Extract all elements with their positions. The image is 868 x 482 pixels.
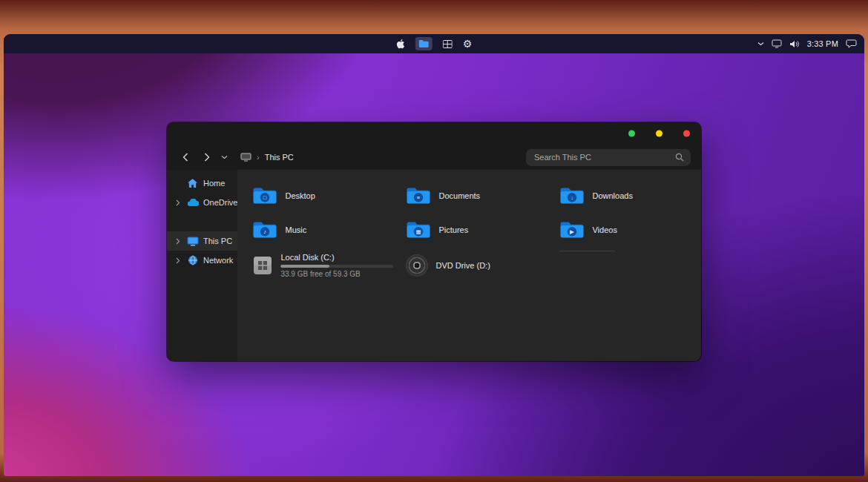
traffic-light-yellow[interactable] (656, 131, 662, 137)
folder-item-downloads[interactable]: ↓ Downloads (559, 186, 701, 205)
folder-item-music[interactable]: ♪ Music (252, 220, 406, 240)
display-icon[interactable] (772, 39, 782, 48)
file-explorer-window: › This PC (167, 122, 701, 361)
chat-bubble-icon[interactable] (846, 39, 857, 49)
chevron-right-icon[interactable] (174, 199, 182, 206)
folder-item-pictures[interactable]: ▦ Pictures (406, 220, 559, 240)
folder-label: Desktop (285, 191, 315, 200)
folder-label: Videos (592, 225, 617, 234)
onedrive-icon (186, 199, 199, 207)
svg-text:↓: ↓ (571, 194, 574, 201)
chevron-down-icon[interactable] (757, 42, 764, 46)
folder-icon: ▶ (559, 220, 585, 240)
folder-item-videos[interactable]: ▶ Videos (559, 220, 701, 240)
sidebar-spacer (167, 212, 237, 231)
clock[interactable]: 3:33 PM (807, 39, 838, 48)
sidebar-item-onedrive[interactable]: OneDrive (167, 193, 237, 212)
window-titlebar[interactable] (167, 122, 701, 145)
dvd-drive-icon (406, 254, 428, 277)
menu-bar: ⚙ 3:33 PM (4, 34, 864, 53)
folder-label: Downloads (592, 191, 632, 200)
sidebar-item-label: OneDrive (203, 198, 237, 207)
svg-text:♪: ♪ (264, 228, 267, 235)
sidebar-item-network[interactable]: Network (167, 251, 237, 270)
files-pane: □ Desktop ≡ Documents ↓ (237, 170, 701, 361)
desktop: ⚙ 3:33 PM (4, 34, 864, 476)
group-divider (559, 251, 615, 251)
screen-frame: ⚙ 3:33 PM (0, 0, 868, 482)
disk-usage-fill (280, 265, 329, 268)
search-box (526, 149, 691, 166)
sidebar-item-label: This PC (203, 237, 232, 245)
explorer-body: Home OneDrive (167, 170, 701, 361)
svg-text:≡: ≡ (417, 194, 421, 201)
back-button[interactable] (177, 149, 194, 165)
chevron-right-icon[interactable] (174, 257, 182, 264)
sidebar-item-label: Network (203, 256, 233, 265)
folder-item-desktop[interactable]: □ Desktop (252, 186, 406, 205)
folder-icon: ▦ (406, 220, 431, 240)
breadcrumb-item-this-pc[interactable]: This PC (265, 153, 294, 162)
sidebar-item-this-pc[interactable]: This PC (167, 231, 237, 251)
folder-icon: ≡ (406, 186, 431, 205)
folder-label: Music (285, 225, 306, 234)
window-controls (628, 131, 690, 137)
sidebar-item-home[interactable]: Home (167, 174, 237, 193)
menu-bar-status: 3:33 PM (757, 34, 857, 53)
drives-row: Local Disk (C:) 33.9 GB free of 59.3 GB … (252, 253, 701, 278)
traffic-light-red[interactable] (683, 131, 690, 137)
network-globe-icon (186, 255, 199, 265)
explorer-toolbar: › This PC (167, 145, 701, 170)
drive-item-dvd[interactable]: DVD Drive (D:) (406, 254, 559, 277)
this-pc-icon (240, 153, 251, 162)
settings-gear-icon[interactable]: ⚙ (463, 39, 473, 49)
drive-capacity-text: 33.9 GB free of 59.3 GB (280, 270, 393, 278)
folders-grid: □ Desktop ≡ Documents ↓ (252, 179, 701, 247)
grid-app-icon[interactable] (443, 40, 453, 48)
hard-drive-icon (252, 255, 273, 276)
chevron-right-icon[interactable] (174, 238, 182, 245)
drive-label: Local Disk (C:) (280, 253, 393, 262)
disk-usage-bar (280, 265, 393, 268)
home-icon (186, 178, 199, 188)
svg-text:□: □ (263, 194, 267, 201)
svg-text:▶: ▶ (571, 228, 575, 235)
sidebar-item-label: Home (203, 179, 225, 188)
folder-icon: ♪ (252, 220, 277, 240)
menu-bar-center: ⚙ (396, 34, 473, 53)
folder-label: Pictures (438, 225, 468, 234)
folder-icon: □ (252, 186, 277, 205)
history-chevron-icon[interactable] (221, 155, 228, 159)
breadcrumb-separator: › (257, 153, 260, 162)
forward-button[interactable] (199, 149, 215, 165)
folder-icon: ↓ (559, 186, 585, 205)
search-icon (675, 153, 684, 162)
breadcrumb: › This PC (240, 153, 294, 162)
folder-label: Documents (438, 191, 480, 200)
traffic-light-green[interactable] (628, 131, 635, 137)
files-app-icon[interactable] (415, 37, 433, 50)
apple-menu-icon[interactable] (396, 39, 405, 49)
folder-item-documents[interactable]: ≡ Documents (406, 186, 559, 205)
search-input[interactable] (526, 149, 691, 166)
svg-text:▦: ▦ (416, 228, 421, 235)
drive-info: Local Disk (C:) 33.9 GB free of 59.3 GB (280, 253, 393, 278)
drive-item-local-disk[interactable]: Local Disk (C:) 33.9 GB free of 59.3 GB (252, 253, 406, 278)
this-pc-icon (186, 237, 199, 246)
volume-icon[interactable] (789, 40, 800, 48)
drive-label: DVD Drive (D:) (435, 261, 490, 270)
navigation-pane: Home OneDrive (167, 170, 237, 361)
